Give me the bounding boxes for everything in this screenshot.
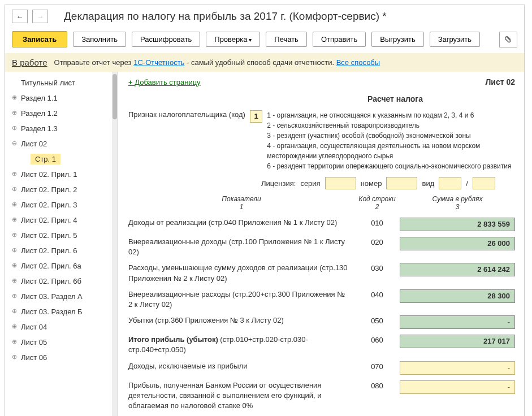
license-type2-input[interactable] [473, 177, 495, 189]
info-text: Отправьте отчет через 1С-Отчетность - са… [54, 58, 380, 67]
add-page-link[interactable]: Добавить страницу [128, 78, 201, 86]
sidebar-item[interactable]: Лист 02 [5, 136, 118, 151]
sidebar-item[interactable]: Лист 02. Прил. 2 [5, 182, 118, 197]
row-code: 060 [354, 335, 400, 344]
data-row: Убытки (стр.360 Приложения № 3 к Листу 0… [128, 315, 515, 329]
row-value-input[interactable]: 28 300 [400, 289, 515, 303]
data-row: Внереализационные доходы (стр.100 Прилож… [128, 237, 515, 257]
print-button[interactable]: Печать [266, 32, 307, 47]
license-series-input[interactable] [325, 177, 356, 189]
row-label: Расходы, уменьшающие сумму доходов от ре… [128, 263, 354, 283]
sidebar-item[interactable]: Раздел 1.3 [5, 121, 118, 136]
sidebar-item[interactable]: Лист 02. Прил. 6а [5, 258, 118, 274]
status-label[interactable]: В работе [12, 58, 47, 67]
data-row: Внереализационные расходы (стр.200+стр.3… [128, 289, 515, 310]
sidebar-item[interactable]: Раздел 1.1 [5, 90, 118, 106]
sidebar-item[interactable]: Лист 02. Прил. 3 [5, 197, 118, 213]
data-row: Итого прибыль (убыток) (стр.010+стр.020-… [128, 335, 515, 355]
nav-forward-button[interactable]: → [32, 10, 48, 23]
info-bar: В работе Отправьте отчет через 1С-Отчетн… [5, 53, 524, 72]
content: Добавить страницу Лист 02 Расчет налога … [118, 72, 524, 416]
row-value-input[interactable]: 217 017 [400, 335, 515, 348]
page-title: Декларация по налогу на прибыль за 2017 … [64, 10, 387, 23]
row-label: Убытки (стр.360 Приложения № 3 к Листу 0… [128, 315, 354, 326]
row-value-input[interactable]: 2 614 242 [400, 263, 515, 276]
row-label: Прибыль, полученная Банком России от осу… [128, 380, 354, 411]
sidebar-item[interactable]: Лист 02. Прил. 6 [5, 243, 118, 258]
data-row: Доходы от реализации (стр.040 Приложения… [128, 218, 515, 231]
row-label: Итого прибыль (убыток) (стр.010+стр.020-… [128, 335, 354, 355]
row-label: Доходы от реализации (стр.040 Приложения… [128, 218, 354, 228]
taxpayer-code-input[interactable]: 1 [250, 110, 262, 123]
taxpayer-label: Признак налогоплательщика (код) [128, 110, 245, 119]
taxpayer-legend: 1 - организация, не относящаяся к указан… [267, 110, 515, 171]
sidebar-scrollbar[interactable] [112, 72, 118, 416]
row-value-input[interactable]: - [400, 361, 515, 375]
check-button[interactable]: Проверка [206, 32, 260, 47]
import-button[interactable]: Загрузить [430, 32, 480, 47]
data-row: Доходы, исключаемые из прибыли070- [128, 361, 515, 375]
export-button[interactable]: Выгрузить [371, 32, 423, 47]
sidebar-item[interactable]: Лист 02. Прил. 6б [5, 274, 118, 289]
section-title: Расчет налога [275, 94, 515, 103]
link-all[interactable]: Все способы [336, 58, 380, 67]
attach-icon[interactable] [499, 32, 517, 47]
license-row: Лицензия: серия номер вид / [261, 177, 515, 189]
license-number-input[interactable] [386, 177, 417, 189]
sidebar-item[interactable]: Титульный лист [5, 75, 118, 90]
row-code: 040 [354, 289, 400, 299]
sidebar-item[interactable]: Лист 03. Раздел А [5, 289, 118, 304]
sidebar-item[interactable]: Лист 04 [5, 319, 118, 335]
list-label: Лист 02 [485, 77, 515, 86]
decode-button[interactable]: Расшифровать [132, 32, 200, 47]
sidebar-item[interactable]: Лист 05 [5, 335, 118, 350]
row-value-input[interactable]: 2 833 559 [400, 218, 515, 231]
row-label: Доходы, исключаемые из прибыли [128, 361, 354, 371]
row-label: Внереализационные расходы (стр.200+стр.3… [128, 289, 354, 310]
toolbar: Записать Заполнить Расшифровать Проверка… [5, 28, 524, 53]
link-1c[interactable]: 1С-Отчетность [133, 58, 184, 67]
sidebar-item[interactable]: Раздел 1.2 [5, 106, 118, 121]
sidebar-item[interactable]: Лист 02. Прил. 5 [5, 228, 118, 243]
save-button[interactable]: Записать [12, 31, 67, 47]
row-label: Внереализационные доходы (стр.100 Прилож… [128, 237, 354, 257]
license-type-input[interactable] [439, 177, 461, 189]
table-header: Показатели1 Код строки2 Сумма в рублях3 [128, 195, 515, 211]
row-code: 080 [354, 380, 400, 390]
data-row: Прибыль, полученная Банком России от осу… [128, 380, 515, 411]
row-value-input[interactable]: - [400, 315, 515, 329]
row-code: 070 [354, 361, 400, 371]
data-row: Расходы, уменьшающие сумму доходов от ре… [128, 263, 515, 283]
sidebar-item[interactable]: Стр. 1 [5, 151, 118, 167]
sidebar-item[interactable]: Лист 02. Прил. 4 [5, 213, 118, 228]
sidebar-item[interactable]: Лист 03. Раздел Б [5, 304, 118, 319]
sidebar: Титульный листРаздел 1.1Раздел 1.2Раздел… [5, 72, 118, 416]
send-button[interactable]: Отправить [313, 32, 366, 47]
fill-button[interactable]: Заполнить [73, 32, 126, 47]
nav-back-button[interactable]: ← [12, 10, 28, 23]
row-value-input[interactable]: - [400, 380, 515, 394]
sidebar-item[interactable]: Лист 02. Прил. 1 [5, 167, 118, 182]
row-code: 020 [354, 237, 400, 246]
row-code: 010 [354, 218, 400, 227]
row-code: 030 [354, 263, 400, 272]
sidebar-item[interactable]: Лист 06 [5, 350, 118, 365]
header: ← → Декларация по налогу на прибыль за 2… [5, 5, 524, 28]
row-code: 050 [354, 315, 400, 325]
row-value-input[interactable]: 26 000 [400, 237, 515, 250]
